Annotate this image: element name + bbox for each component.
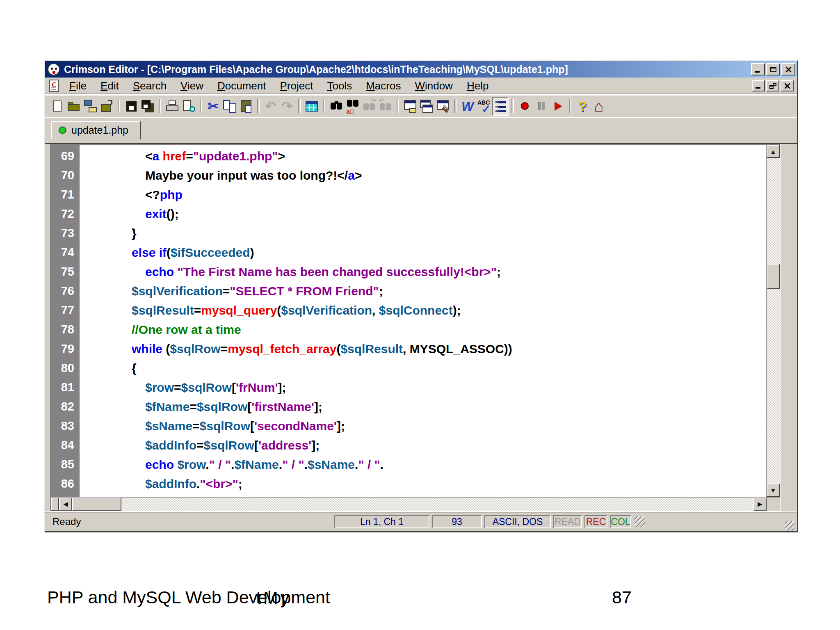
left-arrow-icon: ◀	[63, 500, 68, 508]
code-text: Maybe your input was too long?!</a>	[80, 169, 362, 183]
code-text: echo "The First Name has been changed su…	[80, 265, 501, 279]
redo-button[interactable]: ↷	[279, 97, 295, 116]
window-title: Crimson Editor - [C:\Program Files\Apach…	[64, 64, 751, 75]
vertical-scrollbar[interactable]: ▲ ▼	[766, 145, 780, 497]
splitter-box[interactable]	[51, 498, 59, 511]
print-preview-icon	[181, 98, 196, 114]
horizontal-scrollbar[interactable]: ◀ ▶	[51, 497, 780, 511]
window-list-button[interactable]	[418, 97, 435, 116]
close-icon	[784, 82, 790, 89]
line-number: 72	[51, 207, 80, 221]
print-button[interactable]	[164, 97, 180, 116]
line-number: 82	[51, 400, 80, 413]
line-number: 76	[51, 284, 80, 298]
line-number: 83	[51, 419, 80, 433]
spell-check-button[interactable]	[476, 97, 492, 116]
menu-file[interactable]: File	[62, 79, 94, 93]
scroll-right-button[interactable]: ▶	[753, 498, 767, 511]
title-bar[interactable]: Crimson Editor - [C:\Program Files\Apach…	[45, 61, 797, 78]
mdi-restore-button[interactable]	[766, 80, 779, 91]
menu-view[interactable]: View	[173, 79, 210, 93]
find-next-button[interactable]	[361, 97, 377, 116]
cut-button[interactable]: ✂	[205, 97, 221, 116]
minimize-button[interactable]	[751, 63, 765, 75]
pause-macro-button[interactable]	[533, 97, 550, 116]
save-all-button[interactable]	[139, 97, 156, 116]
horizontal-scroll-track[interactable]	[121, 498, 753, 511]
editor-area[interactable]: 69<a href="update1.php">70Maybe your inp…	[50, 144, 781, 511]
line-numbers-button[interactable]	[492, 97, 509, 116]
grid-button[interactable]	[304, 97, 320, 116]
toolbar-separator	[159, 99, 161, 113]
toolbar-items: ✂↶↷W?⌂	[49, 97, 607, 116]
line-number: 71	[51, 188, 80, 201]
print-icon	[164, 98, 180, 114]
new-file-button[interactable]	[49, 97, 66, 116]
menu-search[interactable]: Search	[126, 79, 173, 93]
play-macro-button[interactable]	[550, 97, 566, 116]
toolbar-separator	[569, 99, 571, 113]
code-line-78: 78//One row at a time	[51, 320, 766, 339]
status-panel-read: READ	[553, 515, 582, 528]
close-button[interactable]	[781, 63, 795, 75]
modified-indicator-icon	[59, 127, 66, 134]
maximize-button[interactable]	[766, 63, 780, 75]
replace-button[interactable]	[345, 97, 361, 116]
open-file-button[interactable]	[66, 97, 82, 116]
resize-grip[interactable]	[635, 516, 645, 527]
save-icon	[123, 98, 139, 114]
scroll-down-button[interactable]: ▼	[767, 484, 780, 497]
code-text: $addInfo."<br>";	[80, 477, 242, 491]
crimson-editor-window: Crimson Editor - [C:\Program Files\Apach…	[44, 60, 798, 532]
code-line-70: 70Maybe your input was too long?!</a>	[51, 166, 766, 185]
undo-icon: ↶	[263, 98, 278, 114]
word-wrap-icon: W	[460, 98, 475, 114]
vertical-scroll-thumb[interactable]	[767, 264, 780, 289]
corner-resize-grip[interactable]	[785, 521, 794, 531]
menu-project[interactable]: Project	[273, 79, 320, 93]
line-number: 85	[51, 458, 80, 471]
paste-button[interactable]	[238, 97, 254, 116]
menu-macros[interactable]: Macros	[359, 79, 408, 93]
mdi-close-button[interactable]	[781, 80, 794, 91]
code-line-81: 81$row=$sqlRow['frNum'];	[51, 378, 766, 397]
status-bar: Ready Ln 1, Ch 193ASCII, DOSREADRECCOL	[45, 511, 797, 531]
document-icon[interactable]	[49, 80, 59, 92]
horizontal-scroll-thumb[interactable]	[72, 498, 121, 511]
save-button[interactable]	[123, 97, 139, 116]
project-pane-icon	[402, 98, 418, 114]
redo-icon: ↷	[279, 98, 295, 114]
project-pane-button[interactable]	[402, 97, 418, 116]
open-remote-button[interactable]	[82, 97, 98, 116]
copy-button[interactable]	[221, 97, 238, 116]
close-folder-button[interactable]	[98, 97, 115, 116]
line-number: 80	[51, 361, 80, 375]
code-area[interactable]: 69<a href="update1.php">70Maybe your inp…	[51, 145, 766, 497]
undo-button[interactable]: ↶	[262, 97, 279, 116]
tools-pane-button[interactable]	[435, 97, 451, 116]
home-button[interactable]: ⌂	[591, 97, 607, 116]
menu-help[interactable]: Help	[460, 79, 495, 93]
mdi-minimize-button[interactable]	[752, 80, 765, 91]
code-text: <a href="update1.php">	[80, 149, 285, 163]
record-macro-button[interactable]	[517, 97, 533, 116]
print-preview-button[interactable]	[180, 97, 197, 116]
restore-icon	[769, 83, 776, 89]
scroll-left-button[interactable]: ◀	[59, 498, 72, 511]
save-all-icon	[140, 98, 155, 114]
help-button[interactable]: ?	[574, 97, 591, 116]
menu-tools[interactable]: Tools	[320, 79, 359, 93]
find-button[interactable]	[328, 97, 345, 116]
menu-window[interactable]: Window	[408, 79, 459, 93]
line-number: 79	[51, 342, 80, 356]
find-prev-button[interactable]	[377, 97, 394, 116]
tab-update1-php[interactable]: update1.php	[51, 121, 141, 139]
word-wrap-button[interactable]: W	[459, 97, 476, 116]
open-file-icon	[66, 98, 82, 114]
minimize-icon	[755, 71, 760, 73]
scroll-up-button[interactable]: ▲	[767, 145, 780, 158]
vertical-scroll-track[interactable]	[767, 158, 780, 484]
code-text: }	[80, 226, 137, 240]
menu-document[interactable]: Document	[210, 79, 273, 93]
menu-edit[interactable]: Edit	[94, 79, 126, 93]
